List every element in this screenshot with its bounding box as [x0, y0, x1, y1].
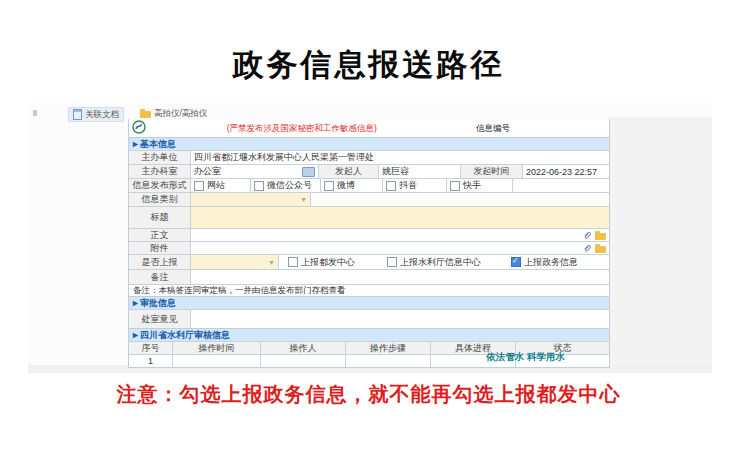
checkbox-report-water-info-center[interactable]	[387, 257, 397, 267]
slogan-text: 依法管水 科学用水	[128, 351, 610, 364]
bottom-warning-note: 注意：勾选上报政务信息，就不能再勾选上报都发中心	[0, 381, 737, 408]
background-shade	[610, 117, 712, 365]
attachment-row: 附件	[129, 241, 609, 254]
report-option-gov-info[interactable]: 上报政务信息	[511, 256, 578, 269]
remark-note-text: 备注：本稿签连同审定稿，一并由信息发布部门存档查看	[129, 284, 609, 296]
report-label: 是否上报	[129, 255, 191, 269]
checkbox-label: 上报都发中心	[301, 256, 355, 269]
office-opinion-row: 处室意见	[129, 309, 609, 328]
attachment-attach-icons	[583, 244, 606, 253]
category-row: 信息类别 ▼	[129, 192, 609, 206]
initiator-label: 发起人	[319, 165, 379, 178]
checkbox-douyin[interactable]	[386, 181, 396, 191]
checkbox-website[interactable]	[194, 181, 204, 191]
body-input[interactable]	[191, 229, 609, 241]
checkbox-label: 网站	[207, 179, 225, 192]
checkbox-report-gov-info[interactable]	[511, 257, 521, 267]
body-row: 正文	[129, 228, 609, 241]
folder-icon[interactable]	[595, 246, 606, 253]
folder-icon[interactable]	[595, 233, 606, 240]
report-select[interactable]: ▼	[191, 255, 279, 269]
section-basic-info: ►基本信息	[129, 137, 609, 150]
publish-option-website[interactable]: 网站	[191, 179, 251, 192]
paperclip-icon[interactable]	[583, 231, 592, 240]
title-row: 标题	[129, 206, 609, 228]
remark-row: 备注	[129, 269, 609, 284]
publish-option-wechat[interactable]: 微信公众号	[251, 179, 321, 192]
tab-label: 高拍仪/高拍仪	[154, 108, 207, 120]
checkbox-label: 上报政务信息	[524, 256, 578, 269]
office-opinion-input[interactable]	[191, 310, 609, 328]
body-label: 正文	[129, 229, 191, 241]
checkbox-wechat[interactable]	[254, 181, 264, 191]
info-submission-form: (严禁发布涉及国家秘密和工作敏感信息) 信息编号 ►基本信息 主办单位 四川省都…	[128, 119, 610, 368]
tab-label: 关联文档	[85, 109, 119, 121]
publish-option-kuaishou[interactable]: 快手	[447, 179, 513, 192]
start-time-label: 发起时间	[461, 165, 523, 178]
publish-option-douyin[interactable]: 抖音	[383, 179, 447, 192]
publish-form-row: 信息发布形式 网站 微信公众号 微博 抖音	[129, 178, 609, 192]
host-unit-label: 主办单位	[129, 151, 191, 164]
secrecy-warning-text: (严禁发布涉及国家秘密和工作敏感信息)	[129, 123, 475, 135]
report-option-dufa-center[interactable]: 上报都发中心	[288, 256, 355, 269]
checkbox-label: 微信公众号	[267, 179, 312, 192]
publish-empty-cell	[513, 179, 609, 192]
chevron-down-icon: ▼	[268, 259, 275, 266]
page-title: 政务信息报送路径	[0, 44, 737, 86]
host-office-text: 办公室	[194, 165, 221, 178]
report-option-water-info-center[interactable]: 上报水利厅信息中心	[387, 256, 481, 269]
title-input[interactable]	[191, 207, 609, 228]
body-attach-icons	[583, 231, 606, 240]
attachment-label: 附件	[129, 242, 191, 254]
publish-form-label: 信息发布形式	[129, 179, 191, 192]
org-picker-icon[interactable]	[302, 167, 315, 177]
checkbox-label: 上报水利厅信息中心	[400, 256, 481, 269]
category-empty-cell	[311, 193, 609, 206]
checkbox-kuaishou[interactable]	[450, 181, 460, 191]
chevron-down-icon: ▼	[300, 196, 307, 203]
checkbox-label: 抖音	[399, 179, 417, 192]
host-unit-row: 主办单位 四川省都江堰水利发展中心人民渠第一管理处	[129, 150, 609, 164]
info-number-label: 信息编号	[476, 123, 510, 135]
office-opinion-label: 处室意见	[129, 310, 191, 328]
checkbox-label: 微博	[337, 179, 355, 192]
host-office-row: 主办科室 办公室 发起人 姚巨容 发起时间 2022-06-23 22:57	[129, 164, 609, 178]
folder-icon	[140, 111, 151, 118]
document-icon	[73, 109, 82, 120]
publish-option-weibo[interactable]: 微博	[321, 179, 383, 192]
remark-label: 备注	[129, 270, 191, 284]
section-approval-info: ►审批信息	[129, 296, 609, 309]
attachment-input[interactable]	[191, 242, 609, 254]
form-top-bar: (严禁发布涉及国家秘密和工作敏感信息) 信息编号	[129, 119, 609, 137]
checkbox-report-dufa-center[interactable]	[288, 257, 298, 267]
checkbox-weibo[interactable]	[324, 181, 334, 191]
small-gray-mark-icon	[33, 110, 37, 116]
host-unit-value: 四川省都江堰水利发展中心人民渠第一管理处	[191, 151, 609, 164]
form-screenshot: 关联文档 高拍仪/高拍仪 (严禁发布涉及国家秘密和工作敏感信息) 信息编号 ►基…	[28, 103, 712, 373]
start-time-value: 2022-06-23 22:57	[523, 165, 609, 178]
page: 政务信息报送路径 关联文档 高拍仪/高拍仪	[0, 0, 737, 464]
host-office-value[interactable]: 办公室	[191, 165, 319, 178]
report-options-cell: 上报都发中心 上报水利厅信息中心 上报政务信息	[279, 255, 609, 269]
report-row: 是否上报 ▼ 上报都发中心 上报水利厅信息中心 上报政务信息	[129, 254, 609, 269]
title-label: 标题	[129, 207, 191, 228]
initiator-value: 姚巨容	[379, 165, 461, 178]
category-label: 信息类别	[129, 193, 191, 206]
tab-related-documents[interactable]: 关联文档	[68, 107, 124, 122]
section-review-info: ►四川省水利厅审核信息	[129, 328, 609, 341]
host-office-label: 主办科室	[129, 165, 191, 178]
category-select[interactable]: ▼	[191, 193, 311, 206]
checkbox-label: 快手	[463, 179, 481, 192]
paperclip-icon[interactable]	[583, 244, 592, 253]
remark-input[interactable]	[191, 270, 609, 284]
